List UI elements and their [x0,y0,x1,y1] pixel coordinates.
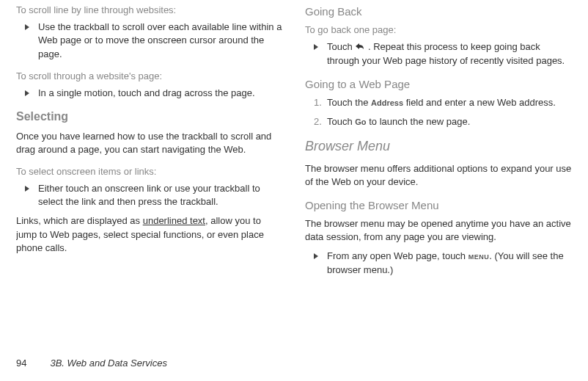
select-items-heading: To select onscreen items or links: [16,165,283,178]
menu-icon: MENU [468,253,490,261]
scroll-line-heading: To scroll line by line through websites: [16,4,283,17]
address-label: Address [371,98,403,107]
triangle-icon [25,21,38,61]
triangle-icon [314,40,327,68]
step-number-2: 2. [314,115,327,128]
links-body-underlined: underlined text [143,215,205,226]
open-menu-heading: Opening the Browser Menu [305,197,572,213]
left-column: To scroll line by line through websites:… [16,4,283,342]
step-number-1: 1. [314,96,327,109]
page-footer: 943B. Web and Data Services [16,342,572,370]
step1-post: field and enter a new Web address. [403,97,556,108]
triangle-icon [25,87,38,100]
select-items-text: Either touch an onscreen link or use you… [38,182,283,208]
back-arrow-icon [355,41,365,54]
step2-pre: Touch [327,116,355,127]
from-any-text: From any open Web page, touch MENU. (You… [327,250,572,276]
go-label: Go [355,117,366,126]
scroll-line-text: Use the trackball to scroll over each av… [38,21,283,61]
browser-menu-body: The browser menu offers additional optio… [305,162,572,189]
list-item: Use the trackball to scroll over each av… [25,21,283,61]
footer-title: 3B. Web and Data Services [50,358,166,369]
list-item: Touch . Repeat this process to keep goin… [314,40,572,68]
page-number: 94 [16,358,26,369]
links-body-pre: Links, which are displayed as [16,215,143,226]
go-back-pre: Touch [327,41,355,52]
list-item: 1. Touch the Address field and enter a n… [314,96,572,109]
list-item: 2. Touch Go to launch the new page. [314,115,572,128]
list-item: Either touch an onscreen link or use you… [25,182,283,208]
open-menu-body: The browser menu may be opened anytime y… [305,217,572,244]
step1-pre: Touch the [327,97,371,108]
links-body: Links, which are displayed as underlined… [16,214,283,255]
go-back-text: Touch . Repeat this process to keep goin… [327,40,572,68]
step2-text: Touch Go to launch the new page. [327,115,572,128]
go-to-web-heading: Going to a Web Page [305,76,572,92]
step1-text: Touch the Address field and enter a new … [327,96,572,109]
selecting-heading: Selecting [16,109,283,125]
scroll-page-text: In a single motion, touch and drag acros… [38,87,283,100]
page-columns: To scroll line by line through websites:… [16,4,572,342]
right-column: Going Back To go back one page: Touch . … [305,4,572,342]
scroll-page-heading: To scroll through a website's page: [16,70,283,83]
selecting-body: Once you have learned how to use the tra… [16,130,283,156]
browser-menu-heading: Browser Menu [305,137,572,156]
step2-post: to launch the new page. [367,116,471,127]
list-item: In a single motion, touch and drag acros… [25,87,283,100]
going-back-heading: Going Back [305,4,572,19]
from-any-pre: From any open Web page, touch [327,250,468,261]
list-item: From any open Web page, touch MENU. (You… [314,250,572,276]
triangle-icon [25,182,38,208]
triangle-icon [314,250,327,276]
go-back-subheading: To go back one page: [305,23,572,37]
